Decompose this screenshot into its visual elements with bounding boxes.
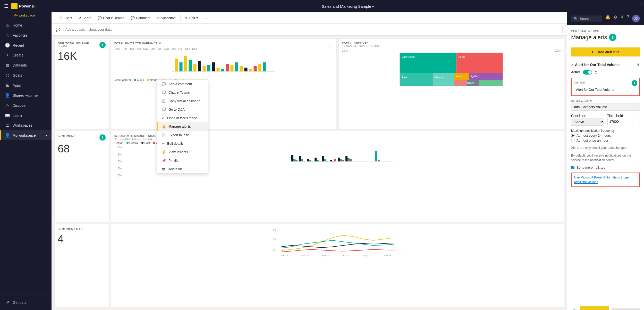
tile-more-button[interactable]: ···: [103, 41, 107, 45]
sidebar-item-home[interactable]: ⌂ Home: [0, 20, 52, 30]
svg-text:Natura: Natura: [467, 81, 474, 84]
tile-title: Total Units YTD: [342, 42, 379, 45]
context-menu-chat-teams[interactable]: 💬 Chat in Teams: [157, 88, 208, 97]
set-alerts-rule-input[interactable]: [571, 103, 640, 111]
chart-x-label: Dec: [192, 47, 197, 50]
sidebar-item-shared[interactable]: 👤 Shared with me: [0, 90, 52, 100]
qa-input[interactable]: [62, 26, 563, 33]
app-logo: ⚡ Power BI: [11, 3, 36, 9]
sidebar-item-create[interactable]: + Create: [0, 50, 52, 60]
comment-button[interactable]: 💬 Comment: [128, 15, 153, 21]
more-options-button[interactable]: ···: [202, 15, 210, 21]
notification-icon[interactable]: 🔔: [605, 15, 611, 22]
step-badge-3: 3: [609, 34, 616, 41]
share-button[interactable]: ↗ Share: [76, 15, 94, 21]
context-menu: 💬 Add a comment 💬 Chat in Teams 📋 Copy v…: [157, 79, 208, 174]
context-menu-delete-tile[interactable]: 🗑 Delete tile: [157, 165, 208, 173]
legend-central: Central: [126, 141, 138, 144]
sidebar-item-discover[interactable]: ◇ Discover: [0, 100, 52, 110]
subscribe-button[interactable]: ✉ Subscribe: [154, 15, 178, 21]
user-avatar[interactable]: JD: [632, 15, 640, 22]
frequency-section: Maximum notification frequency At most e…: [571, 129, 640, 142]
sidebar-item-workspaces[interactable]: 🗂 Workspaces ›: [0, 120, 52, 130]
set-alerts-rule-label: Set alerts rule for: [571, 99, 640, 102]
context-menu-pin-tile[interactable]: 📌 Pin tile: [157, 156, 208, 165]
sidebar-item-datasets[interactable]: ▦ Datasets: [0, 60, 52, 70]
active-toggle[interactable]: [583, 70, 592, 75]
hamburger-icon[interactable]: ☰: [4, 3, 8, 9]
chat-in-teams-button[interactable]: 💬 Chat in Teams: [95, 15, 127, 21]
svg-rect-45: [309, 160, 311, 161]
cancel-button[interactable]: Cancel: [612, 308, 640, 310]
chevron-down-icon: ∨: [45, 134, 47, 137]
discover-icon: ◇: [5, 103, 10, 108]
email-checkbox[interactable]: [571, 166, 574, 169]
alert-icon: 🔔: [162, 125, 166, 128]
context-menu-view-insights[interactable]: 💡 View insights: [157, 148, 208, 156]
my-workspace-icon: 👤: [5, 133, 10, 138]
sidebar-item-my-workspace[interactable]: 👤 My workspace ∨: [0, 130, 52, 140]
legend-east: East: [141, 141, 150, 144]
search-box[interactable]: 🔍 Search: [571, 15, 602, 22]
legend-label: Manufacturer: [114, 78, 131, 81]
axis-label: 0.2M: [555, 49, 561, 52]
sidebar-item-recent[interactable]: 🕐 Recent ›: [0, 40, 52, 50]
add-alert-button[interactable]: + + Add alert rule: [571, 47, 640, 56]
title-dropdown-arrow[interactable]: ▾: [372, 5, 374, 9]
sidebar-item-goals[interactable]: ◎ Goals: [0, 70, 52, 80]
tile-more-button-variance[interactable]: ···: [328, 44, 331, 48]
svg-text:Mar-14: Mar-14: [301, 254, 309, 257]
alert-delete-icon[interactable]: 🗑: [636, 63, 640, 67]
threshold-input[interactable]: [607, 118, 640, 125]
svg-rect-9: [217, 68, 220, 71]
tile-title: Sentiment Gap: [58, 227, 106, 231]
y-axis-label: -5%: [114, 167, 122, 170]
sidebar-item-favorites[interactable]: ☆ Favorites ›: [0, 30, 52, 40]
svg-rect-56: [338, 158, 340, 161]
svg-rect-13: [235, 62, 238, 71]
svg-rect-50: [322, 156, 324, 161]
qa-bar: 💬: [52, 24, 567, 36]
automate-link[interactable]: Use Microsoft Power Automate to trigger …: [574, 176, 630, 184]
set-alerts-rule-field: Set alerts rule for: [571, 99, 640, 111]
download-icon[interactable]: ⬇: [620, 15, 624, 22]
y-axis-label: 10%: [114, 146, 122, 149]
context-menu-copy-visual[interactable]: 📋 Copy visual as image: [157, 97, 208, 105]
svg-text:Quibus: Quibus: [471, 75, 480, 78]
edit-icon: ✏: [185, 16, 188, 20]
settings-icon[interactable]: ⚙: [614, 15, 617, 22]
context-menu-focus-mode[interactable]: ⤢ Open in focus mode: [157, 114, 208, 122]
sidebar-item-apps[interactable]: ⊞ Apps: [0, 80, 52, 90]
insights-icon: 💡: [162, 150, 166, 154]
context-menu-export-csv[interactable]: 📄 Export to .csv: [157, 131, 208, 139]
svg-text:Central: Central: [435, 76, 444, 79]
chevron-icon: ›: [46, 34, 47, 37]
teams-icon: 💬: [98, 16, 102, 20]
save-and-close-button[interactable]: Save and close: [580, 306, 609, 310]
sidebar-item-learn[interactable]: 📖 Learn: [0, 110, 52, 120]
condition-threshold-row: Condition Above Below Threshold: [571, 114, 640, 126]
condition-label: Condition: [571, 114, 586, 118]
freq-radio-1h[interactable]: [571, 139, 574, 142]
edit-dropdown-icon: ▾: [196, 16, 198, 20]
sidebar-item-label: Home: [13, 23, 22, 27]
svg-rect-11: [226, 64, 229, 71]
alert-collapse-icon[interactable]: ∧: [571, 63, 573, 67]
chart-x-label: Jan: [115, 47, 120, 50]
edit-button[interactable]: ✏ Edit ▾: [183, 15, 201, 21]
condition-select[interactable]: Above Below: [571, 118, 604, 126]
context-menu-add-comment[interactable]: 💬 Add a comment: [157, 80, 208, 88]
freq-radio-24h[interactable]: [571, 134, 574, 137]
y-axis-label: -10%: [114, 174, 122, 177]
svg-rect-53: [330, 160, 332, 161]
sidebar-item-get-data[interactable]: ↗ Get data: [0, 297, 52, 307]
sidebar-item-label: Discover: [13, 103, 27, 108]
svg-rect-2: [184, 56, 187, 71]
context-menu-manage-alerts[interactable]: 🔔 Manage alerts: [157, 122, 208, 131]
file-icon: 📄: [58, 16, 62, 20]
alert-title-input[interactable]: [574, 86, 637, 93]
file-button[interactable]: 📄 File ▾: [56, 15, 75, 21]
help-icon[interactable]: ?: [627, 15, 629, 22]
context-menu-go-qa[interactable]: 💬 Go to Q&A: [157, 105, 208, 114]
context-menu-edit-details[interactable]: ✏ Edit details: [157, 139, 208, 148]
